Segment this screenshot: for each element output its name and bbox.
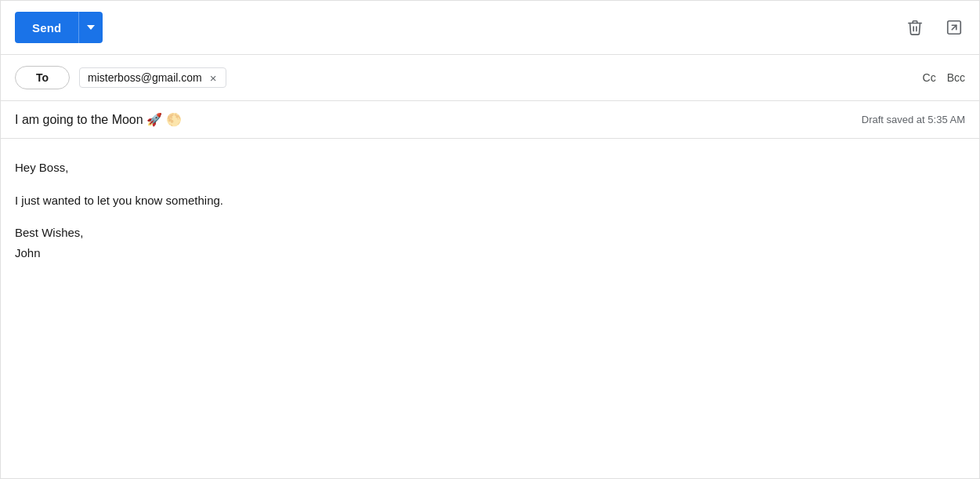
- body-line2: I just wanted to let you know something.: [15, 191, 965, 211]
- popout-icon[interactable]: [943, 16, 965, 38]
- toolbar-left: Send: [15, 12, 103, 43]
- to-field-area[interactable]: misterboss@gmail.com ×: [79, 67, 913, 88]
- subject-row: I am going to the Moon 🚀 🌕 Draft saved a…: [1, 101, 979, 139]
- draft-status: Draft saved at 5:35 AM: [862, 114, 965, 125]
- recipient-chip: misterboss@gmail.com ×: [79, 67, 226, 88]
- body-line1: Hey Boss,: [15, 158, 965, 178]
- compose-window: Send: [0, 0, 980, 479]
- body-line3: Best Wishes,: [15, 226, 84, 239]
- send-button[interactable]: Send: [15, 12, 78, 43]
- email-body-text: Hey Boss, I just wanted to let you know …: [15, 158, 965, 263]
- subject-field[interactable]: I am going to the Moon 🚀 🌕: [15, 112, 846, 127]
- toolbar: Send: [1, 1, 979, 55]
- send-button-group: Send: [15, 12, 103, 43]
- body-signature: Best Wishes, John: [15, 223, 965, 263]
- trash-icon[interactable]: [904, 16, 926, 38]
- to-row: To misterboss@gmail.com × Cc Bcc: [1, 55, 979, 101]
- cc-bcc-area: Cc Bcc: [923, 71, 965, 84]
- toolbar-right: [904, 16, 965, 38]
- remove-recipient-button[interactable]: ×: [208, 72, 219, 84]
- bcc-button[interactable]: Bcc: [947, 71, 965, 84]
- chevron-down-icon: [87, 25, 95, 30]
- to-button[interactable]: To: [15, 66, 70, 89]
- send-dropdown-button[interactable]: [78, 12, 103, 43]
- body-line4: John: [15, 246, 41, 259]
- email-body[interactable]: Hey Boss, I just wanted to let you know …: [1, 139, 979, 478]
- recipient-email: misterboss@gmail.com: [88, 71, 202, 84]
- cc-button[interactable]: Cc: [923, 71, 936, 84]
